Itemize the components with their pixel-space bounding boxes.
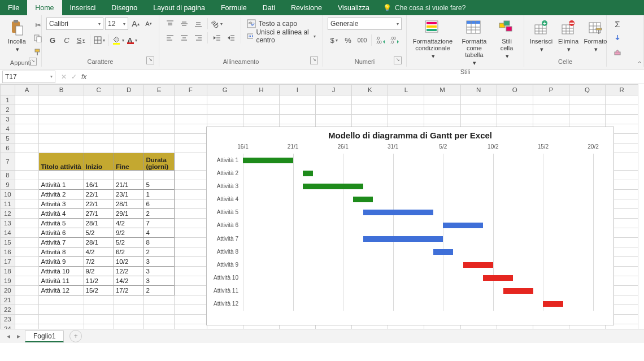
cell[interactable] [114, 171, 143, 180]
cell[interactable] [606, 105, 638, 115]
cell[interactable] [84, 324, 114, 329]
row-header[interactable]: 3 [1, 115, 15, 124]
cell[interactable] [15, 199, 39, 209]
cell[interactable]: 17/2 [114, 286, 143, 295]
collapse-ribbon-button[interactable]: ⌃ [637, 60, 642, 67]
tab-layout-di-pagina[interactable]: Layout di pagina [145, 0, 213, 15]
cell[interactable]: Attività 7 [39, 238, 84, 247]
tab-revisione[interactable]: Revisione [283, 0, 330, 15]
cell[interactable]: Titolo attività [39, 153, 84, 171]
cell[interactable]: 4/2 [84, 247, 114, 257]
cell[interactable]: 27/1 [84, 209, 114, 219]
align-top-button[interactable] [164, 18, 176, 30]
cell[interactable] [15, 276, 39, 286]
cell[interactable] [460, 115, 497, 124]
cell[interactable]: 16/1 [84, 180, 114, 190]
increase-indent-button[interactable] [225, 32, 237, 44]
cell[interactable] [39, 134, 84, 143]
cell[interactable] [15, 171, 39, 180]
tab-home[interactable]: Home [27, 0, 62, 15]
cell[interactable] [84, 115, 114, 124]
comma-style-button[interactable]: 000 [356, 34, 368, 46]
cell[interactable] [243, 115, 279, 124]
cell[interactable] [174, 257, 207, 267]
cell[interactable] [84, 124, 114, 134]
gantt-chart[interactable]: Modello di diagramma di Gantt per Excel … [206, 127, 614, 325]
cell[interactable] [174, 219, 207, 228]
cell[interactable] [114, 143, 143, 153]
col-header[interactable]: D [114, 85, 143, 95]
cell[interactable] [15, 247, 39, 257]
tab-file[interactable]: File [0, 0, 27, 15]
enter-formula-icon[interactable]: ✓ [71, 73, 77, 81]
cell[interactable] [15, 115, 39, 124]
cancel-formula-icon[interactable]: ✕ [61, 73, 67, 81]
paste-button[interactable]: Incolla▾ [5, 18, 29, 54]
cell[interactable]: 3 [144, 257, 174, 267]
col-header[interactable]: P [533, 85, 569, 95]
row-header[interactable]: 22 [1, 305, 15, 315]
cell[interactable] [144, 134, 174, 143]
cell[interactable] [144, 115, 174, 124]
font-launcher[interactable]: ↘ [146, 56, 154, 64]
cell[interactable] [15, 134, 39, 143]
cell[interactable] [15, 95, 39, 105]
row-header[interactable]: 17 [1, 257, 15, 267]
decrease-indent-button[interactable] [211, 32, 223, 44]
cell[interactable] [39, 115, 84, 124]
row-header[interactable]: 11 [1, 199, 15, 209]
cell[interactable] [174, 171, 207, 180]
cell[interactable] [84, 305, 114, 315]
cell[interactable]: 5/2 [84, 228, 114, 238]
cell[interactable]: Attività 1 [39, 180, 84, 190]
cell[interactable] [569, 95, 606, 105]
cell[interactable] [144, 315, 174, 324]
number-launcher[interactable]: ↘ [394, 56, 402, 64]
cell[interactable] [279, 115, 315, 124]
cell[interactable]: Attività 3 [39, 199, 84, 209]
cell[interactable] [174, 286, 207, 295]
tab-inserisci[interactable]: Inserisci [62, 0, 104, 15]
row-header[interactable]: 1 [1, 95, 15, 105]
cell[interactable] [316, 105, 352, 115]
fx-icon[interactable]: fx [81, 73, 86, 81]
underline-button[interactable]: S▾ [75, 34, 87, 46]
cell[interactable] [424, 115, 460, 124]
col-header[interactable]: R [606, 85, 638, 95]
merge-center-button[interactable]: Unisci e allinea al centro▾ [245, 30, 318, 42]
delete-cells-button[interactable]: Elimina▾ [556, 18, 581, 54]
cell[interactable] [174, 228, 207, 238]
cell[interactable] [15, 257, 39, 267]
cell[interactable] [606, 95, 638, 105]
cell[interactable] [533, 95, 569, 105]
col-header[interactable]: M [424, 85, 460, 95]
cell[interactable] [15, 180, 39, 190]
cell[interactable] [15, 105, 39, 115]
cell[interactable] [388, 105, 424, 115]
row-header[interactable]: 5 [1, 134, 15, 143]
autosum-button[interactable]: Σ [611, 18, 624, 30]
cell[interactable] [144, 295, 174, 305]
cell[interactable] [39, 305, 84, 315]
col-header[interactable]: E [144, 85, 174, 95]
row-header[interactable]: 16 [1, 247, 15, 257]
col-header[interactable]: N [460, 85, 497, 95]
cell[interactable]: Attività 4 [39, 209, 84, 219]
cell[interactable]: 9/2 [84, 267, 114, 276]
row-header[interactable]: 2 [1, 105, 15, 115]
cell[interactable] [174, 315, 207, 324]
cell[interactable] [84, 295, 114, 305]
cell[interactable] [15, 295, 39, 305]
cell[interactable]: 15/2 [84, 286, 114, 295]
cell[interactable] [15, 209, 39, 219]
worksheet-grid[interactable]: ABCDEFGHIJKLMNOPQR1234567Titolo attività… [0, 84, 644, 329]
cell[interactable]: Durata (giorni) [144, 153, 174, 171]
cell[interactable]: 6/2 [114, 247, 143, 257]
col-header[interactable]: Q [569, 85, 606, 95]
cell[interactable]: 14/2 [114, 276, 143, 286]
cell[interactable] [15, 228, 39, 238]
cell[interactable] [114, 134, 143, 143]
cell[interactable] [174, 209, 207, 219]
cell[interactable] [207, 105, 243, 115]
cell[interactable] [174, 276, 207, 286]
